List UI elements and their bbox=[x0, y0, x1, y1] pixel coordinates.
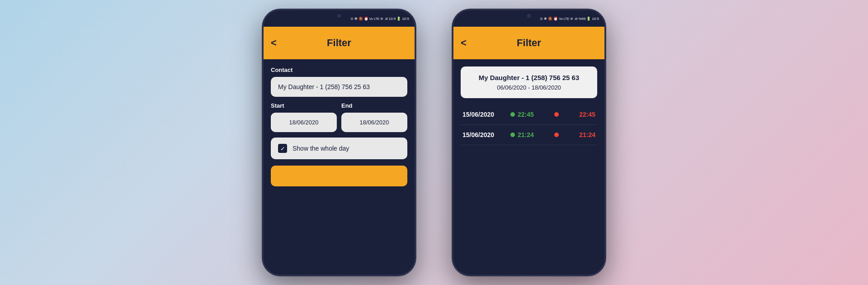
end-col: End 18/06/2020 bbox=[341, 102, 407, 132]
results-summary-card: My Daughter - 1 (258) 756 25 63 06/06/20… bbox=[461, 66, 597, 98]
back-button-1[interactable]: < bbox=[271, 37, 277, 49]
app-header-1: < Filter bbox=[264, 27, 415, 59]
result-row-0[interactable]: 15/06/2020 22:45 22:45 bbox=[461, 104, 597, 125]
app-content-2: My Daughter - 1 (258) 756 25 63 06/06/20… bbox=[453, 59, 604, 152]
battery-percent-2: %99 bbox=[578, 17, 585, 21]
battery-icon-2: 🔋 bbox=[586, 17, 591, 21]
mute-icon: 🔕 bbox=[359, 17, 363, 21]
location-icon-2: ⊙ bbox=[540, 17, 543, 21]
page-title-1: Filter bbox=[327, 37, 351, 49]
end-dot-1 bbox=[554, 133, 559, 137]
phone-frame-2: ⊙ ❋ 🔕 ⏰ Vo LTE ≋ .ill %99 🔋 10:5 < Filte… bbox=[452, 9, 606, 276]
bluetooth-icon: ❋ bbox=[354, 17, 358, 21]
phone-1: ⊙ ❋ 🔕 ⏰ Vo LTE ≋ .ill 10:5 🔋 10:5 < Filt… bbox=[262, 9, 416, 276]
start-col: Start 18/06/2020 bbox=[271, 102, 337, 132]
status-icons-1: ⊙ ❋ 🔕 ⏰ Vo LTE ≋ .ill 10:5 🔋 10:5 bbox=[350, 17, 409, 21]
power-button bbox=[415, 74, 416, 110]
contact-value: My Daughter - 1 (258) 756 25 63 bbox=[278, 83, 370, 90]
start-label: Start bbox=[271, 102, 337, 109]
camera-notch-2 bbox=[524, 10, 534, 21]
app-header-2: < Filter bbox=[453, 27, 604, 59]
battery-icon: 🔋 bbox=[396, 17, 401, 21]
checkbox-label: Show the whole day bbox=[292, 145, 349, 152]
camera-dot bbox=[337, 14, 341, 18]
location-icon: ⊙ bbox=[350, 17, 354, 21]
volte-icon-2: Vo LTE bbox=[559, 17, 569, 20]
result-date-1: 15/06/2020 bbox=[462, 131, 508, 138]
contact-label: Contact bbox=[271, 66, 407, 73]
phone-screen-2: ⊙ ❋ 🔕 ⏰ Vo LTE ≋ .ill %99 🔋 10:5 < Filte… bbox=[453, 10, 604, 275]
end-label: End bbox=[341, 102, 407, 109]
mute-icon-2: 🔕 bbox=[548, 17, 552, 21]
camera-notch bbox=[334, 10, 344, 21]
end-dot-0 bbox=[554, 112, 559, 117]
start-date-value: 18/06/2020 bbox=[289, 119, 318, 126]
app-content-1: Contact My Daughter - 1 (258) 756 25 63 … bbox=[264, 59, 415, 194]
result-date-0: 15/06/2020 bbox=[462, 111, 508, 118]
wifi-icon-2: ≋ bbox=[570, 17, 573, 21]
date-row: Start 18/06/2020 End 18/06/2020 bbox=[271, 102, 407, 132]
signal-icon: .ill bbox=[384, 17, 388, 21]
page-title-2: Filter bbox=[517, 37, 541, 49]
signal-icon-2: .ill bbox=[574, 17, 578, 21]
start-dot-1 bbox=[510, 133, 515, 137]
checkmark-icon: ✓ bbox=[280, 145, 285, 152]
checkbox-box[interactable]: ✓ bbox=[278, 144, 287, 153]
wifi-icon: ≋ bbox=[380, 17, 383, 21]
start-time-0: 22:45 bbox=[518, 111, 552, 118]
phone-screen-1: ⊙ ❋ 🔕 ⏰ Vo LTE ≋ .ill 10:5 🔋 10:5 < Filt… bbox=[264, 10, 415, 275]
start-time-1: 21:24 bbox=[518, 131, 552, 138]
end-time-0: 22:45 bbox=[561, 111, 595, 118]
time-display: 10:5 bbox=[402, 17, 409, 21]
alarm-icon: ⏰ bbox=[364, 17, 368, 21]
checkbox-row[interactable]: ✓ Show the whole day bbox=[271, 138, 407, 159]
end-date-value: 18/06/2020 bbox=[359, 119, 389, 126]
start-date-input[interactable]: 18/06/2020 bbox=[271, 113, 337, 132]
contact-input[interactable]: My Daughter - 1 (258) 756 25 63 bbox=[271, 77, 407, 97]
bluetooth-icon-2: ❋ bbox=[544, 17, 547, 21]
results-contact-name: My Daughter - 1 (258) 756 25 63 bbox=[468, 74, 590, 81]
start-dot-0 bbox=[510, 112, 515, 117]
back-button-2[interactable]: < bbox=[461, 37, 467, 49]
end-date-input[interactable]: 18/06/2020 bbox=[341, 113, 407, 132]
alarm-icon-2: ⏰ bbox=[553, 17, 558, 21]
phone-2: ⊙ ❋ 🔕 ⏰ Vo LTE ≋ .ill %99 🔋 10:5 < Filte… bbox=[452, 9, 606, 276]
time-display-2: 10:5 bbox=[592, 17, 599, 21]
result-row-1[interactable]: 15/06/2020 21:24 21:24 bbox=[461, 125, 597, 145]
camera-dot-2 bbox=[527, 14, 531, 18]
battery-percent: 10:5 bbox=[389, 17, 396, 21]
results-date-range: 06/06/2020 - 18/06/2020 bbox=[468, 84, 590, 91]
status-icons-2: ⊙ ❋ 🔕 ⏰ Vo LTE ≋ .ill %99 🔋 10:5 bbox=[540, 17, 599, 21]
status-bar-1: ⊙ ❋ 🔕 ⏰ Vo LTE ≋ .ill 10:5 🔋 10:5 bbox=[264, 10, 415, 27]
end-time-1: 21:24 bbox=[561, 131, 595, 138]
power-button-2 bbox=[605, 74, 606, 110]
volte-icon: Vo LTE bbox=[369, 17, 379, 20]
apply-button[interactable] bbox=[271, 166, 407, 186]
status-bar-2: ⊙ ❋ 🔕 ⏰ Vo LTE ≋ .ill %99 🔋 10:5 bbox=[453, 10, 604, 27]
phone-frame-1: ⊙ ❋ 🔕 ⏰ Vo LTE ≋ .ill 10:5 🔋 10:5 < Filt… bbox=[262, 9, 416, 276]
